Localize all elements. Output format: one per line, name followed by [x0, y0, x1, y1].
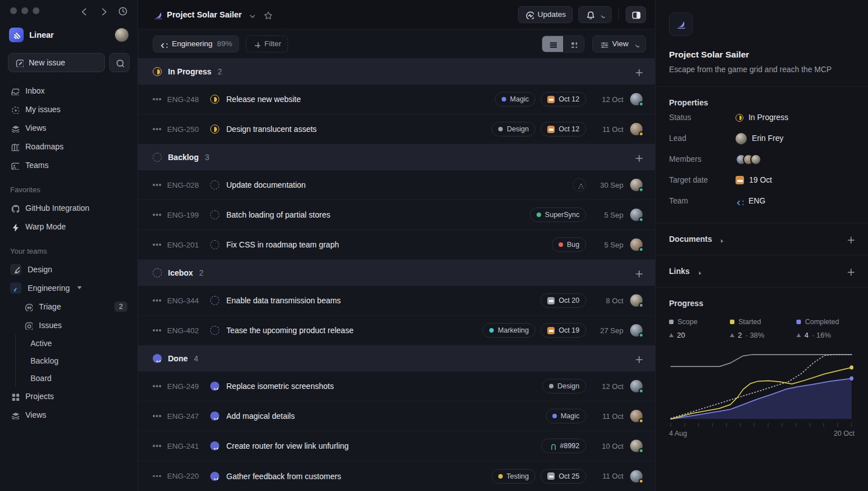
team-filter-chip[interactable]: Engineering 89%: [153, 36, 239, 52]
new-issue-button[interactable]: New issue: [8, 53, 105, 72]
issue-row[interactable]: ENG-248 Release new website Magic Oct 12…: [138, 85, 655, 114]
assignee-avatar[interactable]: [630, 470, 643, 483]
nav-back-button[interactable]: [79, 6, 88, 15]
sidebar-item-triage[interactable]: Triage 2: [5, 297, 133, 316]
pull-request-chip[interactable]: #8992: [541, 439, 586, 453]
search-button[interactable]: [109, 53, 130, 72]
in-progress-status-icon[interactable]: [210, 125, 219, 134]
favorite-github-integration[interactable]: GitHub Integration: [5, 198, 133, 217]
row-more-button[interactable]: [153, 128, 155, 130]
icebox-status-icon[interactable]: [210, 296, 219, 305]
traffic-light-close[interactable]: [10, 7, 17, 14]
done-status-icon[interactable]: [210, 382, 219, 391]
icebox-status-icon[interactable]: [210, 326, 219, 335]
updates-button[interactable]: Updates: [518, 6, 573, 23]
team-engineering[interactable]: Engineering: [5, 278, 133, 297]
view-options-button[interactable]: View: [592, 36, 646, 52]
backlog-status-icon[interactable]: [210, 240, 219, 249]
project-icon-badge[interactable]: [669, 12, 693, 36]
due-date-chip[interactable]: Oct 19: [541, 323, 586, 338]
assignee-avatar[interactable]: [630, 93, 643, 105]
issue-row[interactable]: ENG-249 Replace isometric screenshots De…: [138, 371, 655, 401]
target-date-property[interactable]: 19 Oct: [736, 176, 772, 184]
row-more-button[interactable]: [153, 445, 155, 447]
label-chip[interactable]: Magic: [495, 92, 535, 107]
sidebar-item-roadmaps[interactable]: Roadmaps: [5, 137, 133, 156]
issue-row[interactable]: ENG-402 Tease the upcoming product relea…: [138, 316, 655, 346]
due-date-chip[interactable]: Oct 12: [541, 92, 586, 107]
issue-row[interactable]: ENG-344 Enable data transmission beams O…: [138, 286, 655, 316]
team-design[interactable]: Design: [5, 260, 133, 278]
assignee-avatar[interactable]: [630, 123, 643, 135]
right-panel-toggle-button[interactable]: [626, 6, 646, 23]
in-progress-status-icon[interactable]: [210, 95, 219, 104]
sidebar-item-my-issues[interactable]: My issues: [5, 100, 133, 118]
done-status-icon[interactable]: [210, 412, 219, 421]
row-more-button[interactable]: [153, 385, 155, 387]
history-icon[interactable]: [117, 6, 127, 16]
sidebar-item-projects[interactable]: Projects: [5, 387, 133, 405]
status-property[interactable]: In Progress: [736, 113, 789, 122]
assignee-avatar[interactable]: [630, 294, 643, 307]
issue-row[interactable]: ENG-028 Update documentation 30 Sep: [138, 170, 655, 200]
label-chip[interactable]: Magic: [546, 409, 586, 423]
backlog-status-icon[interactable]: [210, 180, 219, 189]
chevron-right-icon[interactable]: [694, 268, 701, 275]
row-more-button[interactable]: [153, 214, 155, 216]
issue-row[interactable]: ENG-241 Create router for view link unfu…: [138, 431, 655, 461]
chevron-right-icon[interactable]: [716, 236, 723, 242]
label-chip[interactable]: Testing: [491, 469, 536, 484]
due-date-chip[interactable]: Oct 12: [541, 122, 586, 136]
team-property[interactable]: ENG: [736, 197, 765, 205]
assignee-avatar[interactable]: [630, 179, 643, 191]
row-more-button[interactable]: [153, 184, 155, 186]
label-chip[interactable]: Design: [542, 379, 586, 393]
assignee-avatar[interactable]: [630, 380, 643, 392]
row-more-button[interactable]: [153, 98, 155, 100]
issue-row[interactable]: ENG-220 Gather feedback from customers T…: [138, 461, 655, 491]
done-status-icon[interactable]: [210, 441, 219, 450]
due-date-chip[interactable]: Oct 25: [541, 469, 586, 484]
list-view-button[interactable]: [542, 36, 563, 52]
sidebar-item-backlog[interactable]: Backlog: [27, 352, 133, 369]
assignee-avatar[interactable]: [630, 209, 643, 221]
row-more-button[interactable]: [153, 244, 155, 246]
favorite-star-icon[interactable]: [263, 10, 272, 19]
add-issue-button[interactable]: [634, 67, 643, 76]
backlog-status-icon[interactable]: [210, 210, 219, 219]
issue-row[interactable]: ENG-201 Fix CSS in roadmap team graph Bu…: [138, 230, 655, 260]
add-filter-button[interactable]: Filter: [246, 36, 288, 52]
user-avatar[interactable]: [115, 28, 129, 42]
assignee-avatar[interactable]: [630, 324, 643, 337]
lead-property[interactable]: Erin Frey: [736, 133, 783, 144]
label-chip[interactable]: SuperSync: [530, 207, 586, 222]
project-breadcrumb[interactable]: Project Solar Sailer: [153, 10, 255, 19]
label-chip[interactable]: Design: [491, 122, 535, 136]
sidebar-item-team-views[interactable]: Views: [5, 405, 133, 424]
notifications-button[interactable]: [578, 6, 612, 23]
traffic-light-zoom[interactable]: [33, 7, 39, 14]
add-issue-button[interactable]: [634, 354, 643, 363]
assignee-avatar[interactable]: [630, 440, 643, 452]
row-more-button[interactable]: [153, 415, 155, 417]
sidebar-item-teams[interactable]: Teams: [5, 156, 133, 174]
assignee-avatar[interactable]: [630, 410, 643, 422]
label-chip[interactable]: Marketing: [482, 323, 535, 338]
sidebar-item-views[interactable]: Views: [5, 118, 133, 137]
due-date-chip[interactable]: Oct 20: [541, 293, 586, 308]
workspace-switcher[interactable]: Linear: [0, 24, 138, 46]
sidebar-item-board[interactable]: Board: [27, 369, 133, 387]
sidebar-item-inbox[interactable]: Inbox: [5, 81, 133, 100]
sidebar-item-active[interactable]: Active: [27, 334, 133, 352]
add-issue-button[interactable]: [634, 268, 643, 277]
chevron-down-icon[interactable]: [247, 11, 255, 19]
traffic-light-minimize[interactable]: [21, 7, 28, 14]
issue-row[interactable]: ENG-199 Batch loading of partial stores …: [138, 200, 655, 230]
row-more-button[interactable]: [153, 329, 155, 331]
issue-row[interactable]: ENG-250 Design translucent assets Design…: [138, 114, 655, 144]
row-more-button[interactable]: [153, 475, 155, 477]
issue-row[interactable]: ENG-247 Add magical details Magic 11 Oct: [138, 401, 655, 431]
add-document-button[interactable]: [845, 235, 854, 244]
row-more-button[interactable]: [153, 299, 155, 302]
sidebar-item-issues[interactable]: Issues: [5, 316, 133, 334]
